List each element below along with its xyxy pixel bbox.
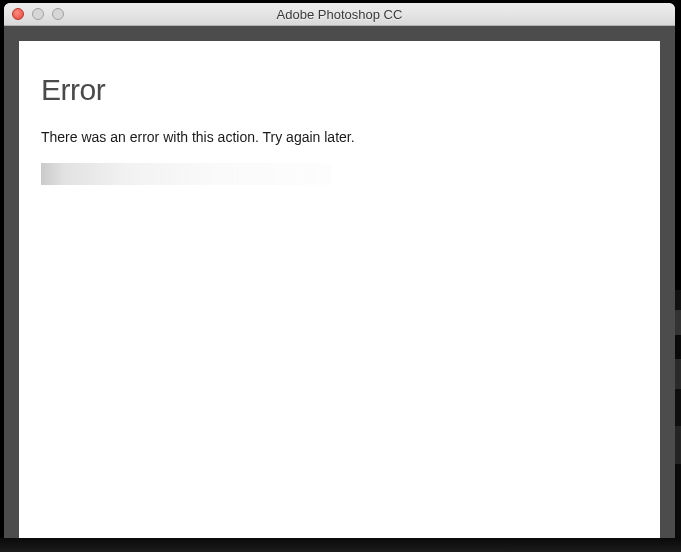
minimize-button[interactable] xyxy=(32,8,44,20)
maximize-button[interactable] xyxy=(52,8,64,20)
progress-bar xyxy=(41,163,331,185)
dialog-content: Error There was an error with this actio… xyxy=(19,41,660,538)
close-button[interactable] xyxy=(12,8,24,20)
window-controls xyxy=(12,8,64,20)
background-artifact xyxy=(0,538,681,552)
window-title: Adobe Photoshop CC xyxy=(277,7,403,22)
window-titlebar[interactable]: Adobe Photoshop CC xyxy=(4,3,675,26)
error-message: There was an error with this action. Try… xyxy=(41,129,638,145)
application-window: Adobe Photoshop CC Error There was an er… xyxy=(4,3,675,538)
dialog-frame: Error There was an error with this actio… xyxy=(4,26,675,538)
background-artifact xyxy=(675,290,681,538)
error-heading: Error xyxy=(41,73,638,107)
